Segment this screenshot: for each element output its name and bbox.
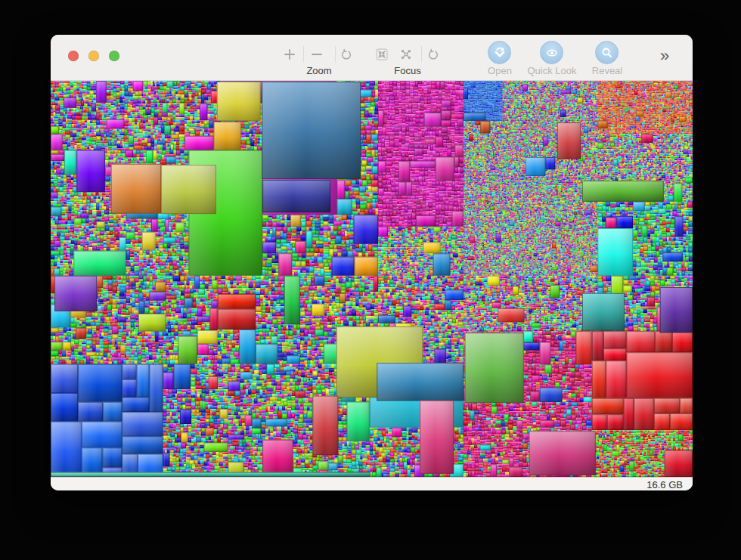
toolbar-separator [335,46,336,63]
open-button[interactable] [488,41,511,64]
reveal-button[interactable] [595,41,619,64]
zoom-window-button[interactable] [109,51,119,61]
eye-icon [544,45,560,60]
focus-out-button[interactable] [398,47,414,62]
close-button[interactable] [68,51,79,61]
zoom-reset-button[interactable] [339,47,354,62]
toolbar-separator [303,46,304,63]
zoom-in-button[interactable] [282,47,297,62]
toolbar: Zoom [51,35,693,81]
grandperspective-window: Zoom [51,35,693,490]
zoom-group-label: Zoom [293,65,346,77]
focus-in-button[interactable] [374,47,389,62]
reveal-label: Reveal [577,65,637,77]
zoom-out-button[interactable] [309,47,324,62]
magnifier-icon [600,45,615,60]
toolbar-separator [421,46,422,63]
focus-in-icon [376,48,388,60]
undo-icon [340,48,352,60]
quick-look-button[interactable] [540,41,563,64]
disk-size-label: 16.6 GB [646,478,683,490]
focus-reset-button[interactable] [426,47,441,62]
treemap-canvas[interactable] [51,81,693,477]
focus-out-icon [400,48,412,60]
minus-icon [311,48,323,60]
undo-icon [427,48,439,60]
minimize-button[interactable] [88,51,99,61]
open-icon [492,45,507,60]
desktop-background: Zoom [0,0,741,560]
toolbar-overflow-button[interactable]: » [660,44,669,68]
plus-icon [284,48,296,60]
focus-group-label: Focus [381,65,434,77]
status-bar: 16.6 GB [51,477,693,490]
